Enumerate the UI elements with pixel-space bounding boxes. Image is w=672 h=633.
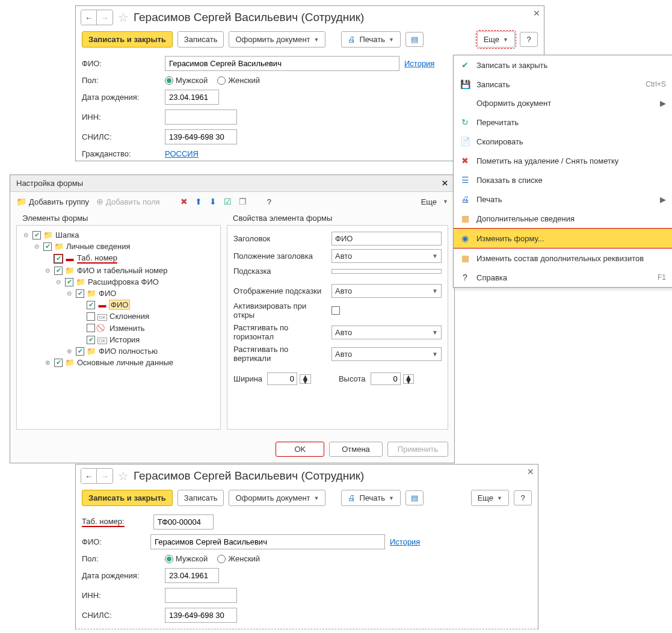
inn-input[interactable] bbox=[165, 110, 237, 125]
tree-row[interactable]: ⊖📁Личные сведения bbox=[19, 241, 218, 252]
save-button[interactable]: Записать bbox=[177, 490, 224, 506]
copy-icon[interactable]: ❐ bbox=[239, 197, 247, 206]
prop-title-pos-select[interactable]: Авто▼ bbox=[331, 249, 442, 263]
forward-button[interactable]: → bbox=[97, 10, 113, 25]
expander-icon[interactable]: ⊖ bbox=[32, 243, 41, 250]
tree-checkbox[interactable] bbox=[54, 359, 63, 367]
menu-item[interactable]: ✖Пометить на удаление / Снять пометку bbox=[454, 151, 672, 170]
tree-checkbox[interactable] bbox=[87, 336, 95, 344]
save-close-button[interactable]: Записать и закрыть bbox=[82, 31, 173, 48]
favorite-icon[interactable]: ☆ bbox=[118, 469, 129, 483]
menu-item[interactable]: 🖨Печать▶ bbox=[454, 190, 672, 209]
move-up-icon[interactable]: ⬆ bbox=[195, 197, 202, 206]
prop-hint-input[interactable] bbox=[331, 269, 442, 274]
gender-female-radio[interactable]: Женский bbox=[217, 554, 260, 563]
tree-checkbox[interactable] bbox=[87, 301, 95, 309]
tree-row[interactable]: ⊕📁ФИО полностью bbox=[19, 345, 218, 357]
menu-item[interactable]: ◉Изменить форму... bbox=[454, 228, 672, 249]
form-elements-tree[interactable]: ⊖📁Шапка⊖📁Личные сведения▬Таб. номер⊖📁ФИО… bbox=[16, 225, 221, 430]
list-icon-button[interactable]: ▤ bbox=[405, 490, 424, 505]
dob-input[interactable] bbox=[165, 568, 219, 583]
expander-icon[interactable]: ⊕ bbox=[65, 348, 73, 354]
tree-row[interactable]: ▬ФИО bbox=[19, 299, 218, 310]
toolbar-more-button[interactable]: Еще ▼ bbox=[421, 197, 448, 206]
more-button[interactable]: Еще ▼ bbox=[471, 490, 509, 506]
fio-input[interactable] bbox=[150, 534, 385, 549]
tree-row[interactable]: ⊖📁ФИО и табельный номер bbox=[19, 265, 218, 276]
tree-checkbox[interactable] bbox=[43, 242, 52, 251]
forward-button[interactable]: → bbox=[97, 469, 113, 483]
tree-checkbox[interactable] bbox=[76, 289, 84, 298]
save-button[interactable]: Записать bbox=[177, 31, 224, 48]
tree-checkbox[interactable] bbox=[76, 347, 84, 356]
prop-title-input[interactable]: ФИО bbox=[331, 232, 442, 245]
tree-row[interactable]: ⊖📁ФИО bbox=[19, 288, 218, 299]
dialog-close-icon[interactable]: ✕ bbox=[442, 179, 448, 188]
snils-input[interactable] bbox=[165, 608, 237, 623]
print-button[interactable]: 🖨 Печать ▼ bbox=[341, 490, 401, 506]
dob-input[interactable] bbox=[165, 90, 219, 105]
close-icon[interactable]: ✕ bbox=[527, 467, 534, 477]
ok-button[interactable]: OK bbox=[276, 442, 324, 457]
toolbar-help-icon[interactable]: ? bbox=[267, 197, 271, 206]
check-all-icon[interactable]: ☑ bbox=[224, 197, 232, 206]
expander-icon[interactable]: ⊖ bbox=[54, 279, 63, 285]
tree-row[interactable]: ▬Таб. номер bbox=[19, 252, 218, 265]
tree-row[interactable]: ⊕📁Основные личные данные bbox=[19, 357, 218, 368]
menu-item[interactable]: ☰Показать в списке bbox=[454, 170, 672, 190]
tree-row[interactable]: OKИстория bbox=[19, 334, 218, 345]
menu-item[interactable]: ▦Дополнительные сведения bbox=[454, 209, 672, 228]
tree-row[interactable]: OKСклонения bbox=[19, 310, 218, 322]
prop-stretch-h-select[interactable]: Авто▼ bbox=[331, 326, 442, 339]
citizenship-link[interactable]: РОССИЯ bbox=[165, 149, 199, 158]
tree-row[interactable]: ⊖📁Расшифровка ФИО bbox=[19, 276, 218, 288]
menu-item[interactable]: ?СправкаF1 bbox=[454, 268, 672, 287]
save-close-button[interactable]: Записать и закрыть bbox=[82, 490, 173, 506]
snils-input[interactable] bbox=[165, 129, 237, 144]
make-document-button[interactable]: Оформить документ ▼ bbox=[229, 31, 325, 48]
list-icon-button[interactable]: ▤ bbox=[405, 32, 424, 47]
menu-item[interactable]: ↻Перечитать bbox=[454, 113, 672, 132]
menu-item[interactable]: ✔Записать и закрыть bbox=[454, 55, 672, 75]
gender-female-radio[interactable]: Женский bbox=[217, 76, 260, 85]
more-button[interactable]: Еще ▼ bbox=[477, 31, 515, 48]
close-icon[interactable]: ✕ bbox=[533, 8, 540, 18]
prop-activate-checkbox[interactable] bbox=[331, 306, 340, 315]
inn-input[interactable] bbox=[165, 588, 237, 603]
expander-icon[interactable]: ⊖ bbox=[43, 267, 52, 274]
tree-checkbox[interactable] bbox=[54, 255, 63, 263]
tree-checkbox[interactable] bbox=[87, 324, 95, 332]
width-spinner[interactable]: ▲▼ bbox=[300, 374, 311, 384]
tree-row[interactable]: ⊖📁Шапка bbox=[19, 229, 218, 241]
expander-icon[interactable]: ⊕ bbox=[43, 359, 52, 366]
history-link[interactable]: История bbox=[404, 59, 434, 68]
menu-item[interactable]: 📄Скопировать bbox=[454, 132, 672, 151]
expander-icon[interactable]: ⊖ bbox=[65, 290, 73, 297]
tree-row[interactable]: ⃠Изменить bbox=[19, 322, 218, 334]
cancel-button[interactable]: Отмена bbox=[329, 442, 383, 457]
favorite-icon[interactable]: ☆ bbox=[118, 10, 129, 25]
history-link[interactable]: История bbox=[390, 537, 420, 546]
add-group-button[interactable]: 📁Добавить группу bbox=[16, 197, 89, 206]
menu-item[interactable]: 💾ЗаписатьCtrl+S bbox=[454, 75, 672, 94]
prop-stretch-v-select[interactable]: Авто▼ bbox=[331, 347, 442, 361]
tree-checkbox[interactable] bbox=[32, 231, 41, 239]
tree-checkbox[interactable] bbox=[54, 267, 63, 275]
fio-input[interactable] bbox=[165, 56, 399, 71]
help-button[interactable]: ? bbox=[514, 490, 532, 505]
menu-item[interactable]: ▦Изменить состав дополнительных реквизит… bbox=[454, 249, 672, 268]
delete-icon[interactable]: ✖ bbox=[180, 197, 188, 206]
back-button[interactable]: ← bbox=[81, 469, 97, 483]
gender-male-radio[interactable]: Мужской bbox=[165, 554, 208, 563]
tree-checkbox[interactable] bbox=[87, 312, 95, 321]
prop-hint-disp-select[interactable]: Авто▼ bbox=[331, 284, 442, 298]
tree-checkbox[interactable] bbox=[65, 278, 73, 286]
move-down-icon[interactable]: ⬇ bbox=[209, 197, 217, 206]
height-spinner[interactable]: ▲▼ bbox=[403, 374, 415, 384]
gender-male-radio[interactable]: Мужской bbox=[165, 76, 208, 85]
prop-height-input[interactable] bbox=[371, 372, 401, 385]
tabno-input[interactable] bbox=[153, 514, 214, 530]
print-button[interactable]: 🖨 Печать ▼ bbox=[341, 31, 401, 48]
prop-width-input[interactable] bbox=[267, 372, 297, 385]
make-document-button[interactable]: Оформить документ ▼ bbox=[229, 490, 325, 506]
